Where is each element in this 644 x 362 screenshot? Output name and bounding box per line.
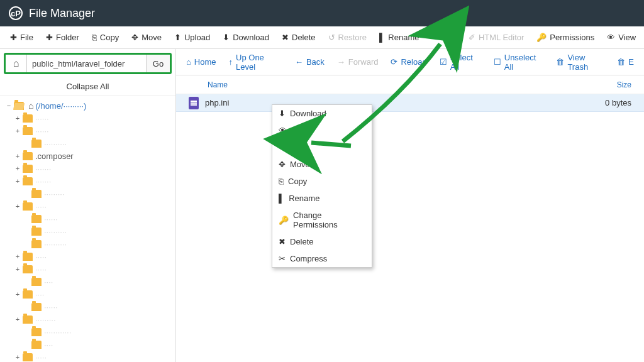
key-icon: 🔑: [279, 216, 289, 225]
context-change-permissions[interactable]: 🔑Change Permissions: [272, 207, 372, 233]
tree-item[interactable]: +.composer: [5, 150, 170, 162]
reload-action[interactable]: ⟳Reload: [384, 53, 433, 70]
context-edit[interactable]: ✎Edit: [272, 139, 372, 156]
forward-action: →Forward: [331, 53, 385, 70]
download-button[interactable]: ⬇Download: [216, 29, 275, 46]
context-download[interactable]: ⬇Download: [272, 105, 372, 122]
folder-icon: [23, 114, 33, 123]
upload-button[interactable]: ⬆Upload: [168, 29, 216, 46]
tree-item[interactable]: ····: [5, 338, 170, 351]
rename-icon: ▌: [279, 194, 284, 203]
tree-item[interactable]: +·······: [5, 162, 170, 175]
context-rename[interactable]: ▌Rename: [272, 190, 372, 207]
trash-icon: 🗑: [556, 57, 564, 67]
tree-item[interactable]: ······: [5, 212, 170, 225]
tree-item[interactable]: ·········: [5, 187, 170, 200]
up-arrow-icon: ↑: [229, 57, 233, 67]
folder-icon: [31, 328, 42, 336]
back-action[interactable]: ←Back: [289, 53, 331, 70]
tree-root[interactable]: − ⌂ (/home/·········): [5, 99, 170, 112]
column-name[interactable]: Name: [189, 80, 581, 89]
view-trash-action[interactable]: 🗑View Trash: [550, 49, 611, 75]
folder-icon: [23, 177, 33, 185]
unselect-all-icon: ☐: [494, 57, 501, 67]
html-editor-button: ✐HTML Editor: [462, 29, 530, 46]
go-button[interactable]: Go: [146, 55, 170, 72]
context-move[interactable]: ✥Move: [272, 156, 372, 173]
rename-button[interactable]: ▌Rename: [373, 29, 425, 46]
tree-item[interactable]: +·····: [5, 250, 170, 263]
tree-item[interactable]: ····: [5, 275, 170, 288]
page-title: File Manager: [29, 7, 95, 20]
home-button[interactable]: ⌂: [6, 55, 27, 72]
eye-icon: 👁: [607, 33, 615, 42]
select-all-icon: ☑: [440, 57, 447, 67]
context-copy[interactable]: ⎘Copy: [272, 173, 372, 190]
folder-icon: [23, 202, 33, 211]
view-button[interactable]: 👁View: [601, 29, 642, 46]
context-menu: ⬇Download 👁View ✎Edit ✥Move ⎘Copy ▌Renam…: [272, 104, 372, 268]
tree-item[interactable]: +······: [5, 112, 170, 124]
tree-item[interactable]: ··········: [5, 225, 170, 238]
unselect-all-action[interactable]: ☐Unselect All: [487, 49, 550, 75]
plus-icon: ✚: [10, 33, 17, 42]
select-all-action[interactable]: ☑Select All: [433, 49, 487, 75]
tree-item[interactable]: ············: [5, 326, 170, 338]
file-icon: [189, 97, 199, 109]
folder-icon: [23, 315, 33, 324]
folder-icon: [31, 341, 42, 349]
home-icon: ⌂: [13, 58, 19, 69]
empty-trash-action-partial[interactable]: 🗑E: [611, 53, 640, 70]
rename-icon: ▌: [379, 33, 385, 42]
file-table-header[interactable]: Name Size: [176, 75, 644, 94]
column-size[interactable]: Size: [581, 80, 631, 89]
folder-button[interactable]: ✚Folder: [40, 29, 86, 46]
edit-button[interactable]: ✎Edit: [425, 29, 462, 46]
folder-tree[interactable]: − ⌂ (/home/·········) +······+··········…: [0, 96, 175, 362]
sidebar: ⌂ Go Collapse All − ⌂ (/home/·········) …: [0, 49, 176, 362]
context-delete[interactable]: ✖Delete: [272, 233, 372, 250]
restore-button: ↺Restore: [322, 29, 374, 46]
file-name: php.ini: [205, 98, 605, 107]
up-one-level-action[interactable]: ↑Up One Level: [223, 49, 289, 75]
tree-item[interactable]: +·····: [5, 200, 170, 212]
move-button[interactable]: ✥Move: [125, 29, 168, 46]
tree-item[interactable]: ··········: [5, 137, 170, 150]
folder-icon: [31, 190, 42, 198]
collapse-all-button[interactable]: Collapse All: [0, 78, 175, 96]
folder-icon: [31, 228, 42, 236]
home-icon: ⌂: [28, 101, 33, 111]
folder-icon: [23, 265, 33, 273]
tree-item[interactable]: ··········: [5, 238, 170, 250]
compress-icon: ✂: [279, 254, 286, 263]
trash-icon: 🗑: [617, 57, 625, 67]
folder-icon: [23, 290, 33, 299]
html-editor-icon: ✐: [469, 33, 475, 42]
table-row[interactable]: php.ini 0 bytes: [176, 94, 644, 112]
plus-icon: ✚: [46, 33, 53, 42]
folder-open-icon: [14, 102, 24, 110]
main-panel: ⌂Home ↑Up One Level ←Back →Forward ⟳Relo…: [176, 49, 644, 362]
file-size: 0 bytes: [605, 98, 631, 107]
folder-icon: [31, 140, 42, 148]
home-action[interactable]: ⌂Home: [180, 53, 223, 70]
file-button[interactable]: ✚File: [4, 29, 40, 46]
path-input[interactable]: [27, 55, 146, 72]
context-view[interactable]: 👁View: [272, 122, 372, 139]
cpanel-logo-icon: cP: [9, 6, 23, 20]
copy-icon: ⎘: [279, 177, 284, 186]
copy-button[interactable]: ⎘Copy: [86, 29, 125, 46]
tree-item[interactable]: +·········: [5, 313, 170, 326]
tree-item[interactable]: +·····: [5, 263, 170, 275]
permissions-button[interactable]: 🔑Permissions: [530, 29, 601, 46]
tree-item[interactable]: +·····: [5, 351, 170, 362]
context-compress[interactable]: ✂Compress: [272, 250, 372, 267]
tree-item[interactable]: +·······: [5, 175, 170, 187]
tree-item[interactable]: +····: [5, 288, 170, 300]
key-icon: 🔑: [536, 33, 547, 42]
delete-button[interactable]: ✖Delete: [275, 29, 322, 46]
restore-icon: ↺: [328, 33, 335, 42]
tree-item[interactable]: +······: [5, 124, 170, 137]
tree-item[interactable]: ······: [5, 300, 170, 313]
path-bar: ⌂ Go: [4, 53, 172, 74]
